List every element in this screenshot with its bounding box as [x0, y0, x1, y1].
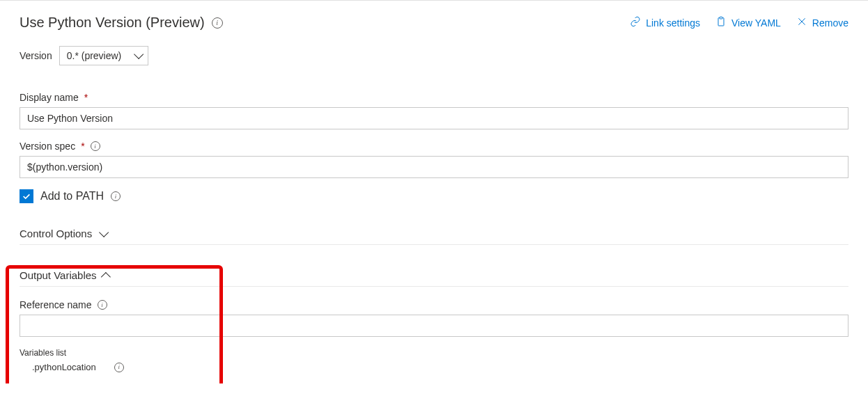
required-marker: * [81, 141, 84, 152]
close-icon [796, 16, 807, 29]
info-icon[interactable]: i [212, 17, 223, 29]
display-name-label: Display name [20, 92, 79, 103]
version-label: Version [20, 50, 52, 61]
view-yaml-button[interactable]: View YAML [715, 16, 781, 29]
reference-name-input[interactable] [20, 315, 848, 337]
view-yaml-label: View YAML [731, 17, 781, 29]
output-variables-title: Output Variables [20, 269, 97, 281]
page-title: Use Python Version (Preview) [20, 15, 205, 31]
variables-list-label: Variables list [20, 348, 848, 358]
add-to-path-label: Add to PATH [40, 190, 104, 203]
remove-button[interactable]: Remove [796, 16, 848, 29]
version-select[interactable]: 0.* (preview) [59, 46, 149, 65]
info-icon[interactable]: i [91, 141, 100, 151]
control-options-section[interactable]: Control Options [20, 223, 848, 245]
link-icon [630, 16, 641, 29]
add-to-path-checkbox[interactable] [20, 189, 33, 203]
version-selected-value: 0.* (preview) [67, 50, 122, 61]
control-options-title: Control Options [20, 228, 92, 239]
info-icon[interactable]: i [98, 300, 107, 310]
version-row: Version 0.* (preview) [20, 46, 848, 65]
add-to-path-row: Add to PATH i [20, 189, 848, 203]
clipboard-icon [715, 16, 727, 29]
reference-name-field: Reference name i [20, 299, 848, 337]
output-variables-section[interactable]: Output Variables [20, 264, 848, 287]
info-icon[interactable]: i [111, 191, 121, 201]
variable-name: .pythonLocation [32, 362, 96, 372]
chevron-up-icon [100, 272, 110, 282]
header-actions: Link settings View YAML Remove [630, 16, 848, 29]
required-marker: * [84, 92, 88, 103]
display-name-input[interactable] [20, 107, 848, 129]
variable-item: .pythonLocation i [20, 362, 848, 372]
version-spec-label: Version spec [20, 141, 75, 152]
link-settings-label: Link settings [646, 17, 700, 29]
remove-label: Remove [812, 17, 848, 29]
task-config-panel: Use Python Version (Preview) i Link sett… [0, 1, 868, 383]
link-settings-button[interactable]: Link settings [630, 16, 700, 29]
chevron-down-icon [134, 49, 144, 59]
info-icon[interactable]: i [114, 363, 124, 372]
chevron-down-icon [99, 227, 109, 237]
reference-name-label: Reference name [20, 299, 92, 310]
version-spec-input[interactable] [20, 156, 848, 178]
display-name-field: Display name * [20, 92, 848, 129]
svg-rect-1 [720, 17, 722, 19]
header-row: Use Python Version (Preview) i Link sett… [20, 15, 848, 31]
version-spec-field: Version spec * i [20, 141, 848, 178]
